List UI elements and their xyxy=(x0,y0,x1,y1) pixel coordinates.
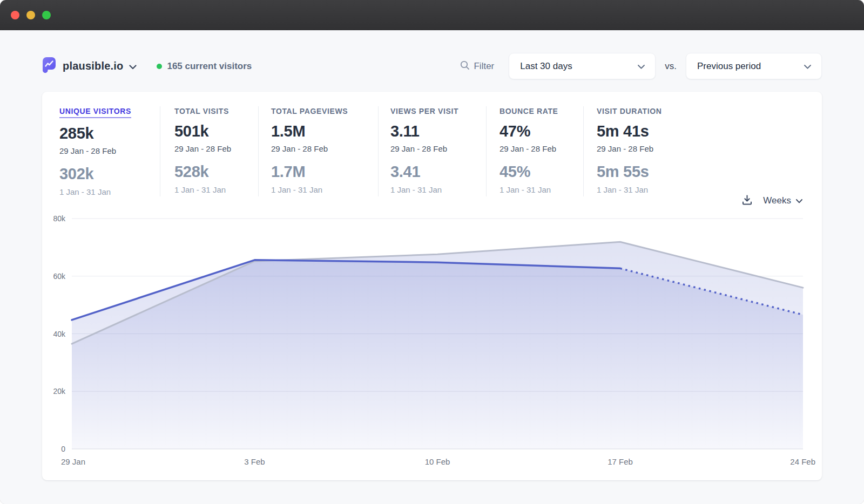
current-visitors[interactable]: 165 current visitors xyxy=(157,61,252,72)
metric-bounce-rate: BOUNCE RATE 47% 29 Jan - 28 Feb 45% 1 Ja… xyxy=(486,106,583,196)
chevron-down-icon xyxy=(638,62,645,71)
comparison-select[interactable]: Previous period xyxy=(686,53,822,79)
vs-label: vs. xyxy=(665,61,677,72)
date-range-value: Last 30 days xyxy=(520,61,572,72)
metric-value: 285k xyxy=(59,125,154,142)
area-fill xyxy=(72,260,803,449)
metric-prev-period: 1 Jan - 31 Jan xyxy=(174,185,253,194)
metric-period: 29 Jan - 28 Feb xyxy=(271,144,373,153)
y-axis-tick-label: 80k xyxy=(53,214,66,223)
metric-prev-value: 1.7M xyxy=(271,163,373,181)
filter-label: Filter xyxy=(474,61,494,72)
metric-period: 29 Jan - 28 Feb xyxy=(59,146,154,155)
chevron-down-icon xyxy=(804,62,811,71)
metric-tab-unique-visitors[interactable]: UNIQUE VISITORS xyxy=(59,107,131,118)
metric-value: 501k xyxy=(174,122,253,140)
metric-tab-views-per-visit[interactable]: VIEWS PER VISIT xyxy=(390,107,458,115)
metric-value: 3.11 xyxy=(390,122,481,140)
x-axis-tick-label: 17 Feb xyxy=(608,457,633,466)
live-indicator-dot xyxy=(157,64,162,69)
x-axis-tick-label: 29 Jan xyxy=(61,457,85,466)
metric-value: 47% xyxy=(500,122,578,140)
x-axis-tick-label: 10 Feb xyxy=(425,457,450,466)
metric-period: 29 Jan - 28 Feb xyxy=(174,144,253,153)
metric-prev-period: 1 Jan - 31 Jan xyxy=(500,185,578,194)
metric-tab-total-pageviews[interactable]: TOTAL PAGEVIEWS xyxy=(271,107,348,115)
chevron-down-icon xyxy=(796,196,802,206)
comparison-value: Previous period xyxy=(697,61,761,72)
zoom-window-button[interactable] xyxy=(42,11,51,19)
interval-label: Weeks xyxy=(763,195,791,206)
filter-button[interactable]: Filter xyxy=(460,60,494,72)
analytics-card: UNIQUE VISITORS 285k 29 Jan - 28 Feb 302… xyxy=(42,92,822,480)
metric-prev-value: 528k xyxy=(174,163,253,181)
metric-tab-bounce-rate[interactable]: BOUNCE RATE xyxy=(500,107,558,115)
y-axis-tick-label: 0 xyxy=(61,445,65,453)
metric-tab-visit-duration[interactable]: VISIT DURATION xyxy=(597,107,662,115)
chevron-down-icon xyxy=(129,62,137,72)
metric-period: 29 Jan - 28 Feb xyxy=(500,144,578,153)
metric-period: 29 Jan - 28 Feb xyxy=(390,144,481,153)
y-axis-tick-label: 60k xyxy=(53,272,66,281)
metric-total-pageviews: TOTAL PAGEVIEWS 1.5M 29 Jan - 28 Feb 1.7… xyxy=(258,106,378,196)
dashboard-header: plausible.io 165 current visitors Filter… xyxy=(42,53,822,79)
metrics-row: UNIQUE VISITORS 285k 29 Jan - 28 Feb 302… xyxy=(42,92,822,196)
dashboard-page: plausible.io 165 current visitors Filter… xyxy=(0,30,864,504)
metric-unique-visitors: UNIQUE VISITORS 285k 29 Jan - 28 Feb 302… xyxy=(42,106,160,196)
metric-value: 5m 41s xyxy=(597,122,816,140)
metric-period: 29 Jan - 28 Feb xyxy=(597,144,816,153)
metric-value: 1.5M xyxy=(271,122,373,140)
metric-views-per-visit: VIEWS PER VISIT 3.11 29 Jan - 28 Feb 3.4… xyxy=(378,106,486,196)
chart-canvas: 020k40k60k80k29 Jan3 Feb10 Feb17 Feb24 F… xyxy=(42,213,822,479)
metric-tab-total-visits[interactable]: TOTAL VISITS xyxy=(174,107,229,115)
search-icon xyxy=(460,60,470,72)
x-axis-tick-label: 3 Feb xyxy=(244,457,265,466)
download-icon xyxy=(741,194,753,208)
interval-picker[interactable]: Weeks xyxy=(763,195,802,206)
visitors-chart: 020k40k60k80k29 Jan3 Feb10 Feb17 Feb24 F… xyxy=(42,213,822,479)
metric-prev-period: 1 Jan - 31 Jan xyxy=(59,187,154,196)
plausible-logo xyxy=(42,57,56,76)
metric-prev-value: 5m 55s xyxy=(597,163,816,181)
site-switcher[interactable]: plausible.io xyxy=(42,57,137,76)
site-name: plausible.io xyxy=(63,60,123,72)
x-axis-tick-label: 24 Feb xyxy=(790,457,815,466)
minimize-window-button[interactable] xyxy=(26,11,35,19)
date-range-select[interactable]: Last 30 days xyxy=(509,53,656,79)
metric-prev-value: 302k xyxy=(59,165,154,183)
window-titlebar xyxy=(0,0,864,30)
y-axis-tick-label: 40k xyxy=(53,330,66,338)
chart-controls: Weeks xyxy=(741,193,802,208)
metric-prev-period: 1 Jan - 31 Jan xyxy=(271,185,373,194)
export-button[interactable] xyxy=(741,194,753,208)
metric-visit-duration: VISIT DURATION 5m 41s 29 Jan - 28 Feb 5m… xyxy=(583,106,822,196)
window-controls xyxy=(11,11,51,19)
metric-prev-value: 45% xyxy=(500,163,578,181)
app-window: plausible.io 165 current visitors Filter… xyxy=(0,0,864,504)
metric-prev-period: 1 Jan - 31 Jan xyxy=(390,185,481,194)
current-visitors-label: 165 current visitors xyxy=(167,61,252,72)
metric-total-visits: TOTAL VISITS 501k 29 Jan - 28 Feb 528k 1… xyxy=(160,106,258,196)
close-window-button[interactable] xyxy=(11,11,19,19)
metric-prev-value: 3.41 xyxy=(390,163,481,181)
y-axis-tick-label: 20k xyxy=(53,387,66,396)
